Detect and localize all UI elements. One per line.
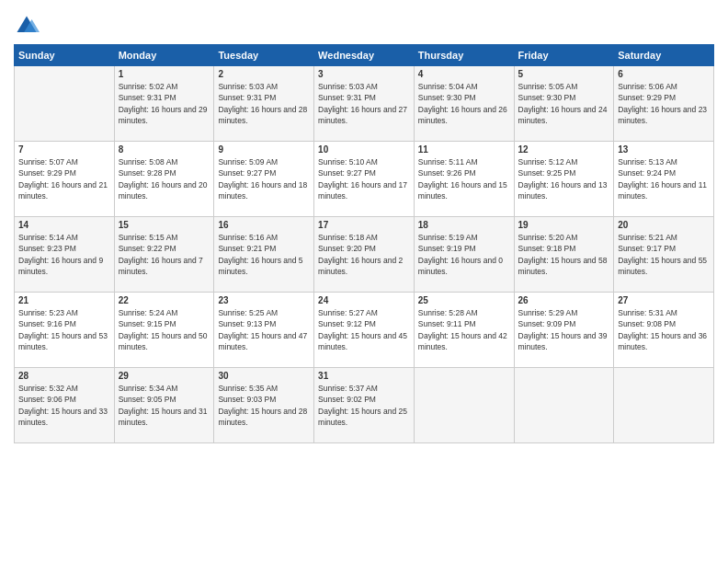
sunrise-text: Sunrise: 5:20 AM <box>518 232 610 243</box>
col-monday: Monday <box>114 45 214 66</box>
col-wednesday: Wednesday <box>314 45 415 66</box>
sunset-text: Sunset: 9:26 PM <box>418 167 510 178</box>
sunset-text: Sunset: 9:31 PM <box>218 92 310 103</box>
sunrise-text: Sunrise: 5:19 AM <box>418 232 510 243</box>
day-cell: 2Sunrise: 5:03 AMSunset: 9:31 PMDaylight… <box>214 66 314 142</box>
day-info: Sunrise: 5:13 AMSunset: 9:24 PMDaylight:… <box>618 156 710 201</box>
daylight-text: Daylight: 16 hours and 28 minutes. <box>218 104 310 127</box>
day-info: Sunrise: 5:06 AMSunset: 9:29 PMDaylight:… <box>618 81 710 126</box>
day-number: 26 <box>518 295 610 305</box>
day-info: Sunrise: 5:03 AMSunset: 9:31 PMDaylight:… <box>318 81 410 126</box>
sunset-text: Sunset: 9:27 PM <box>218 167 310 178</box>
daylight-text: Daylight: 16 hours and 27 minutes. <box>318 104 410 127</box>
sunrise-text: Sunrise: 5:28 AM <box>418 307 510 318</box>
sunset-text: Sunset: 9:05 PM <box>119 394 210 405</box>
sunset-text: Sunset: 9:30 PM <box>418 92 510 103</box>
day-info: Sunrise: 5:27 AMSunset: 9:12 PMDaylight:… <box>318 307 410 352</box>
day-number: 13 <box>618 144 710 155</box>
sunrise-text: Sunrise: 5:23 AM <box>18 307 110 318</box>
sunrise-text: Sunrise: 5:09 AM <box>218 156 310 167</box>
sunrise-text: Sunrise: 5:03 AM <box>318 81 410 92</box>
col-friday: Friday <box>514 45 614 66</box>
day-number: 17 <box>318 220 410 230</box>
day-cell: 31Sunrise: 5:37 AMSunset: 9:02 PMDayligh… <box>314 368 415 443</box>
sunrise-text: Sunrise: 5:15 AM <box>119 232 210 243</box>
sunset-text: Sunset: 9:25 PM <box>518 167 610 178</box>
sunset-text: Sunset: 9:13 PM <box>218 318 310 329</box>
calendar-body: 1Sunrise: 5:02 AMSunset: 9:31 PMDaylight… <box>15 66 714 443</box>
day-number: 7 <box>18 144 110 155</box>
day-number: 27 <box>618 295 710 305</box>
sunset-text: Sunset: 9:31 PM <box>119 92 210 103</box>
sunset-text: Sunset: 9:21 PM <box>218 243 310 254</box>
sunrise-text: Sunrise: 5:07 AM <box>18 156 110 167</box>
daylight-text: Daylight: 15 hours and 25 minutes. <box>318 406 410 429</box>
day-number: 1 <box>119 69 210 79</box>
sunset-text: Sunset: 9:08 PM <box>618 318 710 329</box>
day-info: Sunrise: 5:29 AMSunset: 9:09 PMDaylight:… <box>518 307 610 352</box>
day-cell: 15Sunrise: 5:15 AMSunset: 9:22 PMDayligh… <box>114 217 214 293</box>
daylight-text: Daylight: 16 hours and 23 minutes. <box>618 104 710 127</box>
sunrise-text: Sunrise: 5:25 AM <box>218 307 310 318</box>
sunset-text: Sunset: 9:30 PM <box>518 92 610 103</box>
day-number: 19 <box>518 220 610 230</box>
daylight-text: Daylight: 16 hours and 9 minutes. <box>18 255 110 278</box>
day-cell <box>15 66 115 142</box>
day-number: 31 <box>318 371 410 381</box>
day-info: Sunrise: 5:19 AMSunset: 9:19 PMDaylight:… <box>418 232 510 277</box>
sunrise-text: Sunrise: 5:18 AM <box>318 232 410 243</box>
daylight-text: Daylight: 16 hours and 20 minutes. <box>119 179 210 202</box>
sunset-text: Sunset: 9:28 PM <box>119 167 210 178</box>
day-info: Sunrise: 5:37 AMSunset: 9:02 PMDaylight:… <box>318 383 410 428</box>
sunrise-text: Sunrise: 5:12 AM <box>518 156 610 167</box>
sunrise-text: Sunrise: 5:27 AM <box>318 307 410 318</box>
daylight-text: Daylight: 15 hours and 45 minutes. <box>318 330 410 353</box>
day-cell: 26Sunrise: 5:29 AMSunset: 9:09 PMDayligh… <box>514 293 614 368</box>
day-number: 28 <box>18 371 110 381</box>
sunset-text: Sunset: 9:15 PM <box>119 318 210 329</box>
day-cell: 18Sunrise: 5:19 AMSunset: 9:19 PMDayligh… <box>414 217 514 293</box>
day-cell: 23Sunrise: 5:25 AMSunset: 9:13 PMDayligh… <box>214 293 314 368</box>
sunrise-text: Sunrise: 5:16 AM <box>218 232 310 243</box>
day-cell: 1Sunrise: 5:02 AMSunset: 9:31 PMDaylight… <box>114 66 214 142</box>
day-cell: 11Sunrise: 5:11 AMSunset: 9:26 PMDayligh… <box>414 142 514 217</box>
day-number: 8 <box>119 144 210 155</box>
daylight-text: Daylight: 15 hours and 28 minutes. <box>218 406 310 429</box>
daylight-text: Daylight: 15 hours and 58 minutes. <box>518 255 610 278</box>
sunset-text: Sunset: 9:09 PM <box>518 318 610 329</box>
day-number: 29 <box>119 371 210 381</box>
sunset-text: Sunset: 9:16 PM <box>18 318 110 329</box>
day-info: Sunrise: 5:18 AMSunset: 9:20 PMDaylight:… <box>318 232 410 277</box>
sunset-text: Sunset: 9:23 PM <box>18 243 110 254</box>
day-cell: 6Sunrise: 5:06 AMSunset: 9:29 PMDaylight… <box>614 66 714 142</box>
day-number: 10 <box>318 144 410 155</box>
sunset-text: Sunset: 9:19 PM <box>418 243 510 254</box>
daylight-text: Daylight: 16 hours and 2 minutes. <box>318 255 410 278</box>
day-cell: 22Sunrise: 5:24 AMSunset: 9:15 PMDayligh… <box>114 293 214 368</box>
col-saturday: Saturday <box>614 45 714 66</box>
daylight-text: Daylight: 15 hours and 36 minutes. <box>618 330 710 353</box>
daylight-text: Daylight: 15 hours and 42 minutes. <box>418 330 510 353</box>
day-info: Sunrise: 5:05 AMSunset: 9:30 PMDaylight:… <box>518 81 610 126</box>
sunset-text: Sunset: 9:31 PM <box>318 92 410 103</box>
day-number: 23 <box>218 295 310 305</box>
daylight-text: Daylight: 16 hours and 26 minutes. <box>418 104 510 127</box>
day-info: Sunrise: 5:16 AMSunset: 9:21 PMDaylight:… <box>218 232 310 277</box>
day-cell: 4Sunrise: 5:04 AMSunset: 9:30 PMDaylight… <box>414 66 514 142</box>
sunrise-text: Sunrise: 5:06 AM <box>618 81 710 92</box>
day-info: Sunrise: 5:04 AMSunset: 9:30 PMDaylight:… <box>418 81 510 126</box>
daylight-text: Daylight: 16 hours and 18 minutes. <box>218 179 310 202</box>
day-number: 3 <box>318 69 410 79</box>
day-number: 2 <box>218 69 310 79</box>
sunset-text: Sunset: 9:27 PM <box>318 167 410 178</box>
day-cell: 19Sunrise: 5:20 AMSunset: 9:18 PMDayligh… <box>514 217 614 293</box>
day-cell: 25Sunrise: 5:28 AMSunset: 9:11 PMDayligh… <box>414 293 514 368</box>
sunset-text: Sunset: 9:12 PM <box>318 318 410 329</box>
sunset-text: Sunset: 9:03 PM <box>218 394 310 405</box>
sunrise-text: Sunrise: 5:02 AM <box>119 81 210 92</box>
sunrise-text: Sunrise: 5:31 AM <box>618 307 710 318</box>
daylight-text: Daylight: 16 hours and 13 minutes. <box>518 179 610 202</box>
sunrise-text: Sunrise: 5:10 AM <box>318 156 410 167</box>
day-number: 21 <box>18 295 110 305</box>
week-row-1: 1Sunrise: 5:02 AMSunset: 9:31 PMDaylight… <box>15 66 714 142</box>
